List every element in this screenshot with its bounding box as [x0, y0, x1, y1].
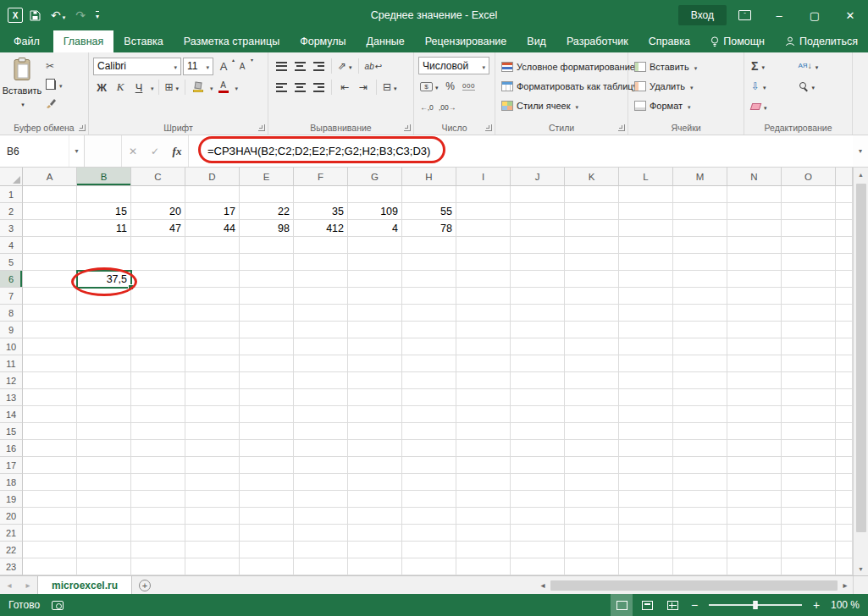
cell-B17[interactable] [77, 457, 131, 474]
cell-E6[interactable] [240, 271, 294, 288]
cell-O23[interactable] [782, 558, 836, 575]
cell-M14[interactable] [673, 406, 727, 423]
align-right-button[interactable] [310, 79, 327, 96]
cell-G11[interactable] [348, 355, 402, 372]
cell-J19[interactable] [511, 491, 565, 508]
hscroll-left-icon[interactable]: ◂ [537, 580, 549, 590]
cell-O14[interactable] [782, 406, 836, 423]
cell-B4[interactable] [77, 237, 131, 254]
cell-O13[interactable] [782, 389, 836, 406]
cell-B6[interactable]: 37,5 [77, 271, 131, 288]
cell-E8[interactable] [240, 305, 294, 322]
row-header-18[interactable]: 18 [0, 474, 23, 491]
cell-J21[interactable] [511, 525, 565, 542]
cell-A10[interactable] [23, 338, 77, 355]
cell-C15[interactable] [131, 423, 185, 440]
undo-button[interactable]: ↶ [51, 9, 65, 21]
cell-A23[interactable] [23, 558, 77, 575]
cell-K14[interactable] [565, 406, 619, 423]
cell-M1[interactable] [673, 186, 727, 203]
cell-M19[interactable] [673, 491, 727, 508]
align-left-button[interactable] [273, 79, 290, 96]
cell-I1[interactable] [456, 186, 511, 203]
cell-O17[interactable] [782, 457, 836, 474]
cell-I20[interactable] [456, 508, 511, 525]
cell-O5[interactable] [782, 254, 836, 271]
align-bottom-button[interactable] [310, 58, 327, 74]
formula-bar-expand-icon[interactable] [853, 135, 868, 167]
cell-I7[interactable] [456, 288, 511, 305]
cell-D18[interactable] [185, 474, 240, 491]
cell-partial-21[interactable] [836, 525, 853, 542]
cell-D11[interactable] [185, 355, 240, 372]
cell-I12[interactable] [456, 372, 511, 389]
cell-O19[interactable] [782, 491, 836, 508]
row-header-14[interactable]: 14 [0, 406, 23, 423]
cell-O16[interactable] [782, 440, 836, 457]
tab-formulas[interactable]: Формулы [290, 30, 356, 52]
cell-G8[interactable] [348, 305, 402, 322]
cell-L22[interactable] [619, 542, 673, 558]
cell-K17[interactable] [565, 457, 619, 474]
cell-G1[interactable] [348, 186, 402, 203]
cell-styles-button[interactable]: Стили ячеек [500, 96, 623, 114]
cell-E14[interactable] [240, 406, 294, 423]
tab-review[interactable]: Рецензирование [415, 30, 517, 52]
format-painter-button[interactable] [46, 97, 63, 109]
accounting-format-button[interactable]: $ [418, 78, 440, 95]
row-header-15[interactable]: 15 [0, 423, 23, 440]
row-header-2[interactable]: 2 [0, 203, 23, 220]
cell-H10[interactable] [402, 338, 456, 355]
cell-N18[interactable] [727, 474, 782, 491]
cell-F17[interactable] [294, 457, 348, 474]
row-header-5[interactable]: 5 [0, 254, 23, 271]
cell-B12[interactable] [77, 372, 131, 389]
cell-O3[interactable] [782, 220, 836, 237]
cell-C5[interactable] [131, 254, 185, 271]
cell-L21[interactable] [619, 525, 673, 542]
cell-E5[interactable] [240, 254, 294, 271]
font-size-dropdown-icon[interactable] [204, 60, 209, 72]
cell-E7[interactable] [240, 288, 294, 305]
cell-partial-6[interactable] [836, 271, 853, 288]
cell-partial-3[interactable] [836, 220, 853, 237]
cell-F1[interactable] [294, 186, 348, 203]
cell-G7[interactable] [348, 288, 402, 305]
cell-C12[interactable] [131, 372, 185, 389]
cell-O12[interactable] [782, 372, 836, 389]
cell-F8[interactable] [294, 305, 348, 322]
cell-B22[interactable] [77, 542, 131, 558]
cell-O9[interactable] [782, 322, 836, 338]
cell-D7[interactable] [185, 288, 240, 305]
cell-F13[interactable] [294, 389, 348, 406]
cell-K11[interactable] [565, 355, 619, 372]
cell-A18[interactable] [23, 474, 77, 491]
cell-G4[interactable] [348, 237, 402, 254]
cell-O15[interactable] [782, 423, 836, 440]
cell-B2[interactable]: 15 [77, 203, 131, 220]
cell-N15[interactable] [727, 423, 782, 440]
cell-A12[interactable] [23, 372, 77, 389]
cell-N5[interactable] [727, 254, 782, 271]
cell-partial-15[interactable] [836, 423, 853, 440]
cell-A4[interactable] [23, 237, 77, 254]
cell-F21[interactable] [294, 525, 348, 542]
cell-B9[interactable] [77, 322, 131, 338]
cell-C2[interactable]: 20 [131, 203, 185, 220]
cell-D17[interactable] [185, 457, 240, 474]
cell-A17[interactable] [23, 457, 77, 474]
cell-I10[interactable] [456, 338, 511, 355]
underline-button[interactable]: Ч [130, 79, 147, 96]
cell-A9[interactable] [23, 322, 77, 338]
cell-F19[interactable] [294, 491, 348, 508]
cell-N17[interactable] [727, 457, 782, 474]
cell-D1[interactable] [185, 186, 240, 203]
row-header-13[interactable]: 13 [0, 389, 23, 406]
cell-B8[interactable] [77, 305, 131, 322]
cell-D4[interactable] [185, 237, 240, 254]
cell-L6[interactable] [619, 271, 673, 288]
cell-I4[interactable] [456, 237, 511, 254]
cell-N7[interactable] [727, 288, 782, 305]
cell-K6[interactable] [565, 271, 619, 288]
enter-button[interactable]: ✓ [144, 146, 166, 157]
